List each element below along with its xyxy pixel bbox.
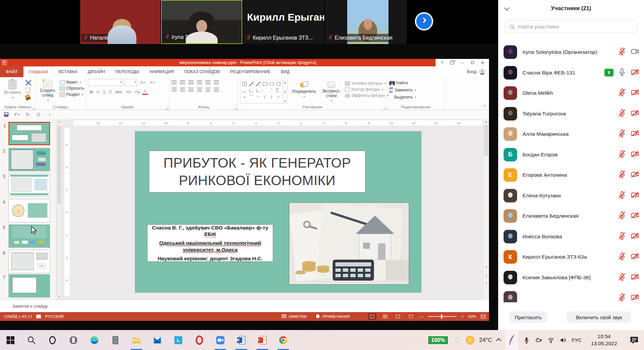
decrease-indent-icon[interactable]: [188, 80, 194, 84]
tab-вид[interactable]: ВИД: [276, 66, 295, 77]
text-shadow-button[interactable]: S: [108, 89, 113, 95]
tab-дизайн[interactable]: ДИЗАЙН: [83, 66, 110, 77]
start-icon[interactable]: [0, 330, 21, 350]
slide-info-box[interactable]: Счасна В. Г., здобувач СВО «Бакалавр» ф-…: [147, 224, 273, 262]
power-battery-icon[interactable]: [535, 336, 542, 344]
dialog-launcher-icon[interactable]: [234, 107, 237, 110]
zoom-slider[interactable]: [428, 316, 457, 317]
star-shape-icon[interactable]: ☆: [275, 94, 282, 100]
align-left-icon[interactable]: [172, 88, 177, 92]
video-tile[interactable]: Кирилл Ерыган...Кирилл Ерыганов ЗТЗ...: [243, 0, 324, 44]
tab-переходы[interactable]: ПЕРЕХОДЫ: [110, 66, 145, 77]
bullets-icon[interactable]: [172, 80, 177, 84]
notes-toggle[interactable]: ЗАМЕТКИ: [282, 314, 307, 319]
find-button[interactable]: Найти: [389, 81, 416, 85]
oval-shape-icon[interactable]: [268, 81, 275, 87]
mail-icon[interactable]: [147, 330, 168, 350]
restore-button[interactable]: [469, 60, 476, 66]
strikethrough-button[interactable]: abc: [114, 89, 124, 95]
elbow-shape-icon[interactable]: [248, 87, 254, 93]
slideshow-button[interactable]: [407, 313, 415, 320]
scroll-up-icon[interactable]: ▲: [57, 119, 62, 124]
justify-icon[interactable]: [197, 88, 202, 92]
previous-slide-icon[interactable]: ⇞: [484, 273, 489, 278]
chrome-icon[interactable]: [273, 330, 294, 350]
close-button[interactable]: ✕: [479, 60, 486, 66]
invite-button[interactable]: Пригласить: [509, 311, 547, 323]
spellcheck-icon[interactable]: [36, 314, 41, 319]
tab-анимация[interactable]: АНИМАЦИЯ: [144, 66, 179, 77]
calculator-icon[interactable]: [105, 330, 126, 350]
zoom-app-icon[interactable]: [210, 330, 231, 350]
paste-button[interactable]: Вставить▾: [2, 79, 23, 104]
thumbnails-scrollbar[interactable]: ▲ ▼: [57, 119, 61, 300]
search-icon[interactable]: [21, 330, 42, 350]
right-arrow-shape-icon[interactable]: [262, 87, 268, 93]
help-button[interactable]: ?: [438, 60, 446, 66]
participant-row[interactable]: Счасна Віра ФЕБ-131: [498, 63, 644, 83]
increase-indent-icon[interactable]: [197, 80, 202, 84]
dialog-launcher-icon[interactable]: [383, 107, 386, 110]
slide-thumbnail-7[interactable]: 7: [8, 274, 50, 298]
wifi-icon[interactable]: [547, 336, 555, 344]
start-slideshow-button[interactable]: ⎚: [36, 112, 41, 117]
font-color-button[interactable]: А: [142, 89, 148, 95]
slide-thumbnail-1[interactable]: 1: [8, 122, 50, 145]
shape-outline-button[interactable]: Контур фигуры▾: [345, 87, 388, 92]
bold-button[interactable]: Ж: [88, 89, 95, 95]
smartart-convert-icon[interactable]: [214, 88, 219, 92]
replace-button[interactable]: abacЗаменить▾: [389, 87, 416, 93]
language-indicator[interactable]: РУССКИЙ: [45, 314, 64, 319]
tab-файл[interactable]: ФАЙЛ: [0, 66, 23, 77]
shape-effects-button[interactable]: Эффекты фигуры▾: [345, 93, 388, 98]
zoom-slider-thumb[interactable]: [441, 314, 442, 319]
text-box-shape-icon[interactable]: A: [241, 81, 248, 87]
tab-главная[interactable]: ГЛАВНАЯ: [23, 66, 53, 78]
font-size-select[interactable]: [125, 79, 137, 86]
copy-icon[interactable]: [25, 88, 29, 92]
change-case-button[interactable]: Aa: [133, 89, 141, 95]
tab-показ слайдов[interactable]: ПОКАЗ СЛАЙДОВ: [179, 66, 225, 77]
participant-row[interactable]: ББогдан Егоров: [498, 145, 644, 165]
video-tile[interactable]: Наталія Згадова: [80, 0, 160, 44]
scrollbar-thumb[interactable]: [484, 125, 488, 156]
new-slide-button[interactable]: Создать слайд▾: [38, 79, 58, 104]
participant-row[interactable]: Елена Котузаки: [498, 185, 644, 206]
font-name-select[interactable]: [88, 79, 123, 86]
sign-in[interactable]: Вход: [467, 66, 489, 77]
slide-scrollbar[interactable]: ▲ ▼ ⇞ ⇟: [483, 119, 488, 300]
participant-row[interactable]: Алла Макаринська: [498, 124, 644, 145]
task-view-icon[interactable]: [63, 330, 84, 350]
align-center-icon[interactable]: [180, 88, 185, 92]
normal-view-button[interactable]: [368, 313, 376, 320]
numbering-icon[interactable]: [180, 80, 185, 84]
search-participant-input[interactable]: Найти участника: [505, 20, 637, 33]
scrollbar-thumb[interactable]: [58, 126, 61, 204]
down-arrow-shape-icon[interactable]: [268, 87, 275, 93]
temperature[interactable]: 24°C: [479, 337, 492, 344]
pentagon-shape-icon[interactable]: [275, 87, 282, 93]
weather-sun-icon[interactable]: [466, 336, 474, 345]
slide-thumbnail-3[interactable]: 3: [8, 173, 50, 197]
action-center-icon[interactable]: [629, 335, 639, 345]
scribble-shape-icon[interactable]: ∿: [241, 94, 248, 100]
video-tile[interactable]: Iryna Solonytska: [161, 0, 242, 44]
participant-row[interactable]: Tatyana Turpurova: [498, 104, 644, 124]
layout-button[interactable]: Макет▾: [60, 80, 84, 85]
quick-styles-button[interactable]: Экспресс-стили▾: [320, 79, 343, 104]
shrink-font-button[interactable]: А˅: [148, 80, 156, 85]
slide-title-box[interactable]: ПРИБУТОК - ЯК ГЕНЕРАТОР РИНКОВОЇ ЕКОНОМІ…: [149, 151, 365, 193]
scroll-down-icon[interactable]: ▼: [57, 294, 62, 300]
arc-shape-icon[interactable]: [248, 94, 254, 100]
slide-canvas[interactable]: ПРИБУТОК - ЯК ГЕНЕРАТОР РИНКОВОЇ ЕКОНОМІ…: [135, 131, 421, 292]
slide-picture[interactable]: [289, 202, 409, 285]
participant-row[interactable]: ККирилл Ерыганов ЗТЗ-63а: [498, 247, 644, 267]
shapes-scrollbar[interactable]: ▲▼⇟: [283, 80, 288, 104]
cut-icon[interactable]: [25, 80, 31, 85]
collapse-ribbon-icon[interactable]: ˄: [484, 104, 486, 108]
curve-shape-icon[interactable]: ~: [255, 94, 261, 100]
tab-вставка[interactable]: ВСТАВКА: [53, 66, 83, 77]
dialog-launcher-icon[interactable]: [31, 107, 35, 110]
ribbon-options-button[interactable]: [448, 60, 456, 66]
select-button[interactable]: Выделить▾: [389, 95, 416, 100]
